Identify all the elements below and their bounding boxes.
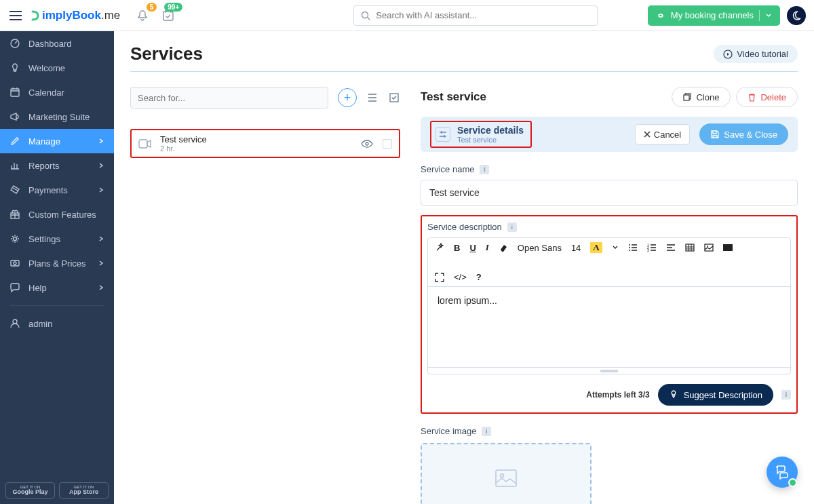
chevron-right-icon [98,260,104,267]
app-store-badge[interactable]: GET IT ON App Store [59,482,109,499]
code-view-icon[interactable]: </> [454,272,467,282]
copy-icon [683,93,692,102]
save-close-button[interactable]: Save & Close [699,123,788,145]
svg-rect-25 [496,470,516,486]
service-search-input[interactable] [138,93,321,103]
calendar-icon [9,87,20,98]
underline-button[interactable]: U [469,243,476,253]
sidebar-item-calendar[interactable]: Calendar [0,80,114,104]
bold-button[interactable]: B [454,243,460,253]
magic-wand-icon[interactable] [435,243,444,252]
svg-rect-21 [686,244,694,251]
gauge-icon [9,38,20,49]
chat-fab[interactable] [767,457,798,488]
sidebar-item-dashboard[interactable]: Dashboard [0,31,114,56]
chevron-right-icon [98,284,104,291]
details-tab-sub: Test service [457,136,524,144]
sidebar-item-marketing[interactable]: Marketing Suite [0,104,114,129]
info-icon[interactable]: i [482,427,491,436]
hamburger-menu[interactable] [8,8,23,23]
tasks-icon[interactable]: 99+ [159,7,177,24]
select-all-icon[interactable] [388,92,400,104]
detail-title: Test service [421,90,486,104]
service-search[interactable] [130,87,328,109]
booking-channels-label: My booking channels [671,10,754,20]
eye-icon[interactable] [361,140,373,148]
font-color-button[interactable]: A [590,242,602,253]
svg-point-1 [362,12,368,18]
sidebar-item-settings[interactable]: Settings [0,227,114,251]
service-details-tab[interactable]: Service details Test service [430,121,532,149]
sidebar-item-reports[interactable]: Reports [0,153,114,178]
image-icon[interactable] [704,243,714,252]
service-name-input[interactable] [421,180,798,206]
info-icon[interactable]: i [480,165,489,174]
sidebar-item-admin[interactable]: admin [0,311,114,336]
numbered-list-icon[interactable]: 123 [647,243,657,252]
clone-button[interactable]: Clone [672,87,731,107]
svg-point-12 [366,142,368,145]
global-search[interactable] [353,5,598,26]
service-title: Test service [160,134,207,144]
attempts-text: Attempts left 3/3 [586,390,649,400]
svg-point-23 [707,246,708,247]
notifications-icon[interactable]: 5 [134,7,151,24]
description-section: Service description i B U I Open Sans 14 [421,215,798,414]
video-tutorial-button[interactable]: Video tutorial [714,45,798,63]
sidebar-label: Help [28,283,47,293]
suggest-description-button[interactable]: Suggest Description [658,384,773,406]
service-detail-column: Test service Clone Delete [421,87,798,504]
global-search-input[interactable] [376,10,590,20]
details-tab-title: Service details [457,125,524,136]
google-play-badge[interactable]: GET IT ON Google Play [5,482,55,499]
chevron-down-icon[interactable] [612,244,619,251]
service-checkbox[interactable] [383,139,392,149]
chevron-down-icon [765,12,772,19]
info-icon[interactable]: i [507,222,517,232]
sliders-icon [435,127,450,142]
sidebar-item-payments[interactable]: Payments [0,178,114,202]
money-icon [9,258,20,269]
image-upload-dropzone[interactable] [421,443,592,504]
eraser-icon[interactable] [499,243,508,252]
sidebar-item-manage[interactable]: Manage [0,129,114,153]
svg-point-17 [629,250,630,251]
table-icon[interactable] [685,243,695,252]
pencil-icon [9,136,20,147]
sidebar-item-custom-features[interactable]: Custom Features [0,202,114,227]
video-insert-icon[interactable] [723,244,733,251]
delete-button[interactable]: Delete [736,87,798,107]
resize-handle[interactable] [428,367,790,374]
link-icon [656,11,665,20]
close-icon [644,131,651,138]
image-placeholder-icon [495,469,517,487]
help-icon[interactable]: ? [476,272,482,282]
sidebar-label: Plans & Prices [28,258,86,269]
info-icon[interactable]: i [781,390,791,400]
font-select[interactable]: Open Sans [518,243,562,253]
list-view-icon[interactable] [366,92,379,104]
editor-content[interactable]: lorem ipsum... [428,287,790,367]
cancel-button[interactable]: Cancel [635,124,690,144]
theme-toggle[interactable] [787,6,806,25]
sidebar-item-help[interactable]: Help [0,275,114,300]
moon-icon [791,10,802,21]
service-list-item[interactable]: Test service 2 hr. [130,129,400,158]
page-title: Services [130,43,203,64]
topbar: implyBook.me 5 99+ My booking channels [0,0,814,31]
add-service-button[interactable]: + [338,88,357,107]
list-toolbar: + [130,87,400,109]
service-name-label: Service name i [421,164,798,174]
font-size-select[interactable]: 14 [571,243,581,253]
booking-channels-button[interactable]: My booking channels [648,5,780,26]
italic-button[interactable]: I [486,242,489,253]
fullscreen-icon[interactable] [435,273,444,282]
notification-badge: 5 [147,3,157,12]
video-icon [138,138,152,149]
logo[interactable]: implyBook.me [30,9,120,22]
align-icon[interactable] [666,243,676,252]
sidebar-item-plans[interactable]: Plans & Prices [0,251,114,275]
service-image-label: Service image i [421,426,798,436]
bullet-list-icon[interactable] [628,243,638,252]
sidebar-item-welcome[interactable]: Welcome [0,56,114,80]
